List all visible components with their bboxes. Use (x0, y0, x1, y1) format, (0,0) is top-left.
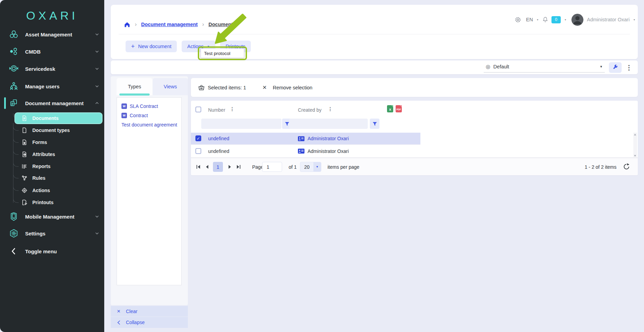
number-filter-input[interactable] (201, 119, 281, 129)
tab-types[interactable]: Types (117, 78, 152, 95)
chevron-down-icon: ▼ (564, 19, 567, 21)
contact-card-icon (298, 148, 304, 154)
printouts-menu-item-test-protocol[interactable]: Test protocol (201, 48, 244, 58)
chevron-down-icon: ▼ (207, 45, 210, 48)
refresh-icon[interactable] (623, 163, 630, 170)
sidebar-item-reports[interactable]: Reports (19, 161, 101, 172)
cell-number: undefined (208, 133, 229, 144)
svg-text:PDF: PDF (397, 108, 401, 111)
column-menu-kebab[interactable]: ⋮ (230, 107, 235, 111)
clear-button[interactable]: × Clear (111, 306, 188, 317)
view-more-options-kebab[interactable]: ⋮ (626, 64, 632, 71)
page-size-select[interactable]: 20 ▼ (300, 162, 321, 172)
language-selector[interactable]: EN (526, 17, 533, 22)
sidebar-item-label: Document management (25, 100, 84, 106)
sidebar-item-documents-active[interactable]: Documents (14, 112, 103, 124)
chevron-left-icon (115, 320, 122, 325)
chevron-down-icon (95, 85, 99, 87)
export-pdf-icon[interactable]: PDF (396, 105, 402, 112)
sidebar-item-cmdb[interactable]: CMDB (0, 44, 104, 59)
pagination-bar: 1 Page of 1 20 ▼ items per page 1 - 2 of… (191, 158, 638, 175)
scroll-down-arrow[interactable] (634, 155, 636, 157)
new-document-button[interactable]: + New document (126, 41, 177, 52)
remove-selection-button[interactable]: × Remove selection (262, 84, 312, 91)
page-number-button[interactable]: 1 (213, 162, 223, 172)
table-row[interactable]: undefined Administrator Oxari (191, 145, 638, 158)
first-page-button[interactable] (194, 162, 203, 171)
toggle-menu-button[interactable]: Toggle menu (0, 244, 104, 259)
sidebar-item-mobile-management[interactable]: Mobile Management (0, 209, 104, 224)
sidebar-item-document-types[interactable]: Document types (19, 124, 101, 136)
sidebar-item-attributes[interactable]: Attributes (19, 148, 101, 160)
created-by-filter-input[interactable] (289, 119, 368, 129)
avatar[interactable] (571, 14, 583, 26)
sidebar-item-printouts[interactable]: Printouts (19, 197, 101, 208)
row-checkbox-checked[interactable]: ✓ (195, 135, 201, 141)
type-item-sla-contract[interactable]: w SLA Contract (121, 101, 181, 111)
plus-icon: + (131, 43, 135, 50)
chevron-down-icon: ▼ (600, 65, 603, 68)
types-views-panel: Types Views w SLA Contract w Contract Te… (111, 76, 188, 305)
next-page-button[interactable] (225, 162, 234, 171)
column-header-created-by[interactable]: Created by (298, 107, 321, 113)
sidebar-item-rules[interactable]: Rules (19, 172, 101, 184)
sidebar-item-document-management[interactable]: Document management (0, 96, 104, 111)
sidebar-item-servicedesk[interactable]: Servicedesk (0, 61, 104, 76)
scroll-up-arrow[interactable] (634, 134, 636, 135)
sidebar-item-forms[interactable]: Forms (19, 136, 101, 148)
sidebar-item-asset-management[interactable]: Asset Management (0, 27, 104, 42)
sidebar-item-label: Document types (32, 128, 70, 133)
funnel-icon (372, 121, 377, 126)
notification-count-badge[interactable]: 0 (551, 16, 561, 23)
grid-vertical-scrollbar[interactable] (633, 133, 637, 158)
items-per-page-label: items per page (328, 158, 359, 175)
created-by-filter-button[interactable] (370, 119, 379, 129)
column-header-number[interactable]: Number (208, 107, 225, 113)
wrench-icon (612, 64, 619, 71)
type-item-label: Contract (130, 113, 148, 118)
select-all-checkbox[interactable] (195, 107, 201, 112)
page-number-input[interactable] (262, 162, 282, 172)
sidebar-item-label: Actions (32, 188, 50, 193)
export-excel-icon[interactable]: x (387, 105, 393, 112)
cell-created-by: Administrator Oxari (298, 133, 349, 144)
oxari-logo: OXARI (0, 9, 104, 22)
cell-number: undefined (208, 145, 229, 157)
view-settings-button[interactable] (609, 62, 622, 73)
user-name[interactable]: Administrator Oxari (587, 17, 630, 22)
view-target-icon: ◎ (486, 64, 490, 70)
view-select-dropdown[interactable]: ◎ Default ▼ (484, 62, 605, 73)
documents-grid: Number ⋮ Created by ⋮ x PDF ✓ undefined … (191, 101, 638, 175)
selected-items-count: Selected items: 1 (208, 85, 246, 90)
attributes-icon (21, 151, 28, 157)
sidebar-item-label: Manage users (25, 84, 60, 89)
created-by-name: Administrator Oxari (308, 136, 349, 141)
chevron-left-icon (9, 247, 18, 256)
gear-icon[interactable] (515, 16, 521, 23)
breadcrumb-link-document-management[interactable]: Document management (141, 22, 197, 27)
sidebar-item-label: Mobile Management (25, 214, 74, 220)
menu-item-label: Test protocol (204, 51, 230, 56)
types-list: w SLA Contract w Contract Test document … (117, 97, 182, 285)
tab-label: Views (164, 84, 177, 89)
mobile-management-icon (9, 212, 18, 221)
type-item-test-document-agreement[interactable]: Test document agreement (121, 120, 181, 129)
tab-views[interactable]: Views (153, 78, 188, 95)
breadcrumb-current-documents[interactable]: Documents (208, 22, 236, 27)
last-page-button[interactable] (234, 162, 243, 171)
table-row-selected[interactable]: ✓ undefined Administrator Oxari (191, 133, 420, 145)
column-menu-kebab[interactable]: ⋮ (328, 107, 333, 111)
row-checkbox[interactable] (195, 148, 201, 154)
sidebar-item-settings[interactable]: Settings (0, 226, 104, 241)
sidebar-item-actions[interactable]: Actions (19, 185, 101, 196)
chevron-down-icon (95, 215, 99, 218)
documents-icon (21, 115, 28, 121)
forms-icon (21, 139, 28, 145)
type-item-contract[interactable]: w Contract (121, 111, 181, 120)
previous-page-button[interactable] (203, 162, 212, 171)
home-icon[interactable] (124, 21, 130, 28)
collapse-button[interactable]: Collapse (111, 317, 188, 328)
sidebar-item-manage-users[interactable]: Manage users (0, 79, 104, 94)
bell-icon[interactable] (542, 16, 548, 23)
sidebar: OXARI Asset Management CMDB Servicedesk … (0, 0, 104, 332)
